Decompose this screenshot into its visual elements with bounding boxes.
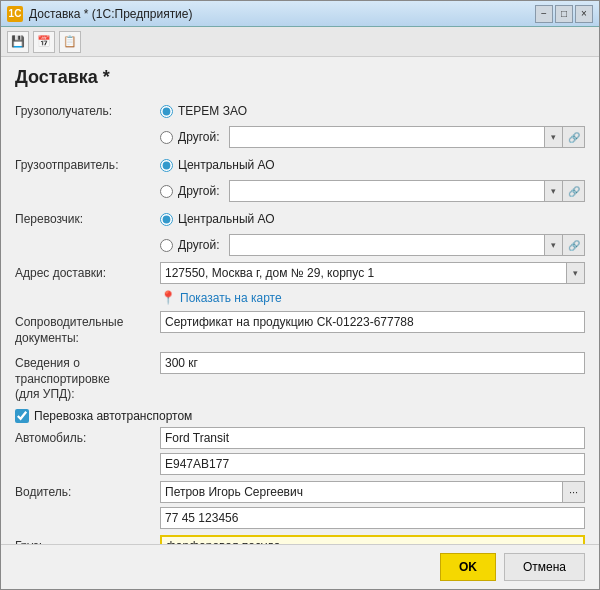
- close-button[interactable]: ×: [575, 5, 593, 23]
- gruzopoluchatel-option2-row: Другой: ▾ 🔗: [160, 126, 585, 148]
- adres-input[interactable]: [160, 262, 567, 284]
- form-content: Доставка * Грузополучатель: ТЕРЕМ ЗАО Др…: [1, 57, 599, 544]
- cancel-button[interactable]: Отмена: [504, 553, 585, 581]
- gruzopoluchatel-radio2[interactable]: [160, 131, 173, 144]
- cargo-label: Груз:: [15, 535, 160, 544]
- perevozchik-radio1[interactable]: [160, 213, 173, 226]
- gruzopoluchatel-option1-label: ТЕРЕМ ЗАО: [178, 104, 247, 118]
- gruzopoluchatel-radio1[interactable]: [160, 105, 173, 118]
- gruzopoluchatel-option1-row: ТЕРЕМ ЗАО: [160, 100, 585, 122]
- perevozchik-row: Перевозчик: Центральный АО Другой: ▾ 🔗: [15, 208, 585, 256]
- titlebar-title: Доставка * (1С:Предприятие): [29, 7, 193, 21]
- gruzootpravitel-label: Грузоотправитель:: [15, 154, 160, 174]
- gruzopoluchatel-option2-label: Другой:: [178, 130, 220, 144]
- save-toolbar-button[interactable]: 💾: [7, 31, 29, 53]
- documents-label: Сопроводительные документы:: [15, 311, 160, 346]
- transport-info-row: Сведения о транспортировке (для УПД):: [15, 352, 585, 403]
- adres-row: Адрес доставки: ▾ 📍 Показать на карте: [15, 262, 585, 305]
- toolbar: 💾 📅 📋: [1, 27, 599, 57]
- auto-label: Автомобиль:: [15, 427, 160, 447]
- main-window: 1С Доставка * (1С:Предприятие) − □ × 💾 📅…: [0, 0, 600, 590]
- cargo-input[interactable]: [160, 535, 585, 544]
- table-toolbar-button[interactable]: 📋: [59, 31, 81, 53]
- gruzootpravitel-link-btn[interactable]: 🔗: [563, 180, 585, 202]
- perevozchik-label: Перевозчик:: [15, 208, 160, 228]
- gruzopoluchatel-row: Грузополучатель: ТЕРЕМ ЗАО Другой: ▾ 🔗: [15, 100, 585, 148]
- gruzopoluchatel-label: Грузополучатель:: [15, 100, 160, 120]
- gruzopoluchatel-other-input[interactable]: [229, 126, 546, 148]
- checkbox-transport-row: Перевозка автотранспортом: [15, 409, 585, 423]
- adres-label: Адрес доставки:: [15, 262, 160, 282]
- transport-info-label: Сведения о транспортировке (для УПД):: [15, 352, 160, 403]
- gruzootpravitel-radio1[interactable]: [160, 159, 173, 172]
- adres-dropdown-btn[interactable]: ▾: [567, 262, 585, 284]
- driver-id-input[interactable]: [160, 507, 585, 529]
- page-title: Доставка *: [15, 67, 585, 88]
- driver-select-btn[interactable]: ···: [563, 481, 585, 503]
- cargo-row: Груз:: [15, 535, 585, 544]
- documents-input[interactable]: [160, 311, 585, 333]
- driver-label: Водитель:: [15, 481, 160, 501]
- gruzootpravitel-option1-label: Центральный АО: [178, 158, 275, 172]
- minimize-button[interactable]: −: [535, 5, 553, 23]
- gruzootpravitel-dropdown-btn[interactable]: ▾: [545, 180, 563, 202]
- map-link-row: 📍 Показать на карте: [160, 290, 585, 305]
- ok-button[interactable]: OK: [440, 553, 496, 581]
- perevozchik-other-input[interactable]: [229, 234, 546, 256]
- footer: OK Отмена: [1, 544, 599, 589]
- perevozchik-option1-label: Центральный АО: [178, 212, 275, 226]
- show-on-map-link[interactable]: Показать на карте: [180, 291, 282, 305]
- transport-info-input[interactable]: [160, 352, 585, 374]
- perevozchik-option2-row: Другой: ▾ 🔗: [160, 234, 585, 256]
- calendar-toolbar-button[interactable]: 📅: [33, 31, 55, 53]
- auto-name-input[interactable]: [160, 427, 585, 449]
- auto-plate-input[interactable]: [160, 453, 585, 475]
- documents-row: Сопроводительные документы:: [15, 311, 585, 346]
- titlebar: 1С Доставка * (1С:Предприятие) − □ ×: [1, 1, 599, 27]
- gruzopoluchatel-link-btn[interactable]: 🔗: [563, 126, 585, 148]
- auto-row: Автомобиль:: [15, 427, 585, 475]
- restore-button[interactable]: □: [555, 5, 573, 23]
- gruzootpravitel-option1-row: Центральный АО: [160, 154, 585, 176]
- perevozchik-option2-label: Другой:: [178, 238, 220, 252]
- driver-name-input[interactable]: [160, 481, 563, 503]
- perevozchik-link-btn[interactable]: 🔗: [563, 234, 585, 256]
- transport-checkbox[interactable]: [15, 409, 29, 423]
- gruzootpravitel-option2-label: Другой:: [178, 184, 220, 198]
- gruzootpravitel-radio2[interactable]: [160, 185, 173, 198]
- gruzootpravitel-option2-row: Другой: ▾ 🔗: [160, 180, 585, 202]
- gruzopoluchatel-dropdown-btn[interactable]: ▾: [545, 126, 563, 148]
- perevozchik-dropdown-btn[interactable]: ▾: [545, 234, 563, 256]
- driver-row: Водитель: ···: [15, 481, 585, 529]
- perevozchik-option1-row: Центральный АО: [160, 208, 585, 230]
- window-controls: − □ ×: [535, 5, 593, 23]
- map-pin-icon: 📍: [160, 290, 176, 305]
- gruzootpravitel-other-input[interactable]: [229, 180, 546, 202]
- perevozchik-radio2[interactable]: [160, 239, 173, 252]
- app-icon: 1С: [7, 6, 23, 22]
- gruzootpravitel-row: Грузоотправитель: Центральный АО Другой:…: [15, 154, 585, 202]
- transport-checkbox-label: Перевозка автотранспортом: [34, 409, 192, 423]
